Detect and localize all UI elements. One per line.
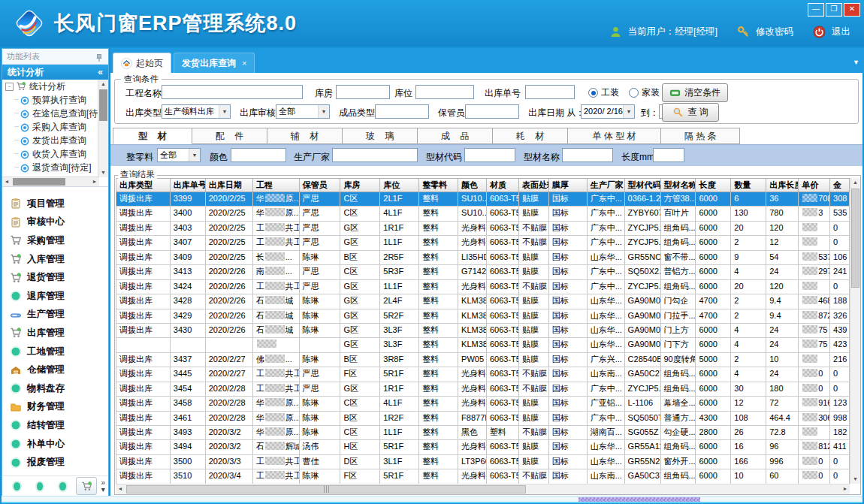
grid-hscroll-thumb[interactable]: [126, 485, 526, 493]
grid-vscroll-thumb[interactable]: [851, 189, 859, 288]
table-row[interactable]: 调拨出库34242020/2/26工共工程严思G区1L1F整料光身料6063-T…: [116, 280, 850, 294]
project-name-input[interactable]: [162, 85, 303, 99]
tree-item[interactable]: ┄预算执行查询: [2, 93, 108, 107]
column-header[interactable]: 库房: [340, 179, 380, 192]
table-row[interactable]: 调拨出库34542020/2/28工共工程严思G区1R1F整料光身料6063-T…: [116, 382, 850, 397]
pin-icon[interactable]: [95, 52, 104, 61]
column-header[interactable]: 出库类型: [116, 179, 171, 192]
warehouse-input[interactable]: [336, 85, 390, 99]
tree-vertical-scrollbar[interactable]: ▲ ▼: [98, 80, 108, 177]
table-row[interactable]: 调拨出库34002020/2/25华原...严思C区4L1F整料SU10...6…: [116, 207, 850, 221]
table-row[interactable]: 调拨出库34092020/2/25长...陈琳B区2R5F整料LI35HD606…: [116, 251, 850, 265]
table-row[interactable]: 调拨出库34372020/2/27佛...陈琳B区3R8F整料PW056063-…: [116, 353, 850, 367]
minimize-button[interactable]: —: [808, 3, 824, 17]
table-row[interactable]: 调拨出库34292020/2/26石城陈琳G区5R2F整料KLM38176063…: [116, 309, 850, 324]
sidebar-item[interactable]: 入库管理: [2, 250, 108, 269]
tab-list-dropdown-icon[interactable]: ▼: [853, 59, 859, 66]
material-tab[interactable]: 耗 材: [493, 128, 568, 144]
table-row[interactable]: 调拨出库34942020/3/2石辉城汤伟H区5R1F整料光身料6063-T5贴…: [116, 440, 850, 454]
module-dot-icon[interactable]: [59, 482, 66, 490]
column-header[interactable]: 出库日期: [206, 179, 253, 192]
column-header[interactable]: 膜厚: [549, 179, 588, 192]
tab-shipment-outbound-query[interactable]: 发货出库查询×: [174, 53, 255, 73]
outbound-audit-select[interactable]: 全部▼: [276, 104, 330, 119]
table-row[interactable]: 调拨出库34282020/2/26石城陈琳G区2L4F整料KLM38176063…: [116, 294, 850, 309]
sidebar-item[interactable]: 审核中心: [2, 213, 108, 232]
column-header[interactable]: 型材代码: [625, 179, 661, 192]
table-row[interactable]: 调拨出库34612020/2/28华原...陈琳B区1R2F整料F8877FT6…: [116, 412, 850, 426]
column-header[interactable]: 保管员: [300, 179, 341, 192]
sidebar-item[interactable]: 生产管理: [2, 306, 108, 324]
length-input[interactable]: [653, 148, 684, 162]
column-header[interactable]: 单价: [799, 179, 830, 192]
product-type-input[interactable]: [375, 104, 429, 119]
table-row[interactable]: 调拨出库35102020/3/4工共工程陈琳F区5R1F整料光身料6063-T5…: [116, 469, 850, 484]
tree-item[interactable]: ┄在途信息查询[待: [2, 107, 108, 120]
color-input[interactable]: [231, 148, 286, 162]
column-header[interactable]: 生产厂家: [588, 179, 625, 192]
tree-item[interactable]: ┄收货入库查询: [2, 147, 108, 161]
table-row[interactable]: 调拨出库34932020/3/2华原...陈琳C区1L1F整料黑色塑料不贴膜国标…: [116, 426, 850, 440]
sidebar-item[interactable]: 补单中心: [2, 435, 108, 454]
module-dot-icon[interactable]: [14, 482, 20, 490]
material-tab[interactable]: 配 件: [192, 128, 267, 144]
tree-root[interactable]: - 统计分析: [2, 80, 108, 93]
change-password-link[interactable]: 修改密码: [756, 26, 793, 38]
close-button[interactable]: ✕: [844, 3, 860, 17]
section-statistics-header[interactable]: 统计分析 «: [2, 65, 108, 80]
maximize-button[interactable]: ❐: [826, 3, 842, 17]
tree-hscroll-thumb[interactable]: [13, 178, 65, 186]
table-row[interactable]: 调拨出库33992020/2/25华原...严思C区2L1F整料SU10...6…: [116, 192, 850, 207]
sidebar-item[interactable]: 采购管理: [2, 231, 108, 250]
sidebar-item[interactable]: 物料盘存: [2, 379, 108, 398]
table-row[interactable]: G区3L3F整料KLM38176063-T5贴膜国标山东华...GA90M09.…: [116, 338, 850, 352]
tree-horizontal-scrollbar[interactable]: ◄ ►: [2, 177, 99, 186]
column-header[interactable]: 型材名称: [661, 179, 696, 192]
sidebar-item[interactable]: 财务管理: [2, 398, 108, 417]
date-from-picker[interactable]: 2020/ 2/16▼: [581, 104, 635, 119]
column-header[interactable]: 数量: [731, 179, 766, 192]
tree-item[interactable]: ┄发货出库查询: [2, 134, 108, 147]
sidebar-item[interactable]: 仓储管理: [2, 361, 108, 379]
scroll-up-icon[interactable]: ▲: [850, 178, 860, 187]
keeper-input[interactable]: [465, 104, 519, 119]
column-header[interactable]: 金: [830, 179, 850, 192]
column-header[interactable]: 颜色: [458, 179, 487, 192]
tree-item[interactable]: ┄退货查询[待定]: [2, 161, 108, 174]
scroll-left-icon[interactable]: ◄: [116, 484, 125, 493]
collapse-icon[interactable]: «: [98, 65, 103, 80]
material-tab[interactable]: 单 体 型 材: [568, 128, 661, 144]
profile-name-input[interactable]: [562, 148, 613, 162]
module-dot-icon[interactable]: [37, 482, 44, 490]
table-row[interactable]: 调拨出库34072020/2/25工共工程严思G区1L1F整料光身料6063-T…: [116, 236, 850, 250]
sidebar-item[interactable]: 出库管理: [2, 324, 108, 343]
scroll-left-icon[interactable]: ◄: [2, 177, 11, 186]
grid-vertical-scrollbar[interactable]: ▲ ▼: [850, 178, 860, 484]
radio-jiazhuang[interactable]: 家装: [629, 86, 660, 99]
outbound-no-input[interactable]: [525, 85, 575, 99]
sidebar-item[interactable]: 退货管理: [2, 268, 108, 287]
column-header[interactable]: 库位: [380, 179, 419, 192]
radio-gongzhuang[interactable]: 工装: [588, 86, 619, 99]
material-tab[interactable]: 辅 材: [267, 128, 343, 144]
logout-link[interactable]: 退出: [832, 26, 850, 38]
profile-code-input[interactable]: [464, 148, 515, 162]
table-row[interactable]: 调拨出库34132020/2/26南...严思C区5R3F整料G71422606…: [116, 265, 850, 279]
material-tab[interactable]: 隔 热 条: [661, 128, 740, 144]
sidebar-item[interactable]: 报废管理: [2, 453, 108, 472]
clear-conditions-button[interactable]: 清空条件: [662, 83, 728, 102]
grid-horizontal-scrollbar[interactable]: ◄ ►: [116, 484, 850, 494]
scroll-right-icon[interactable]: ►: [90, 177, 99, 186]
table-row[interactable]: 调拨出库35002020/3/3工共工程曹佳D区3L1F整料LT3P606063…: [116, 455, 850, 469]
material-tab[interactable]: 玻 璃: [343, 128, 418, 144]
sidebar-item[interactable]: 项目管理: [2, 195, 108, 213]
search-button[interactable]: 查 询: [662, 103, 719, 122]
column-header[interactable]: 工程: [253, 179, 300, 192]
material-tab[interactable]: 型 材: [113, 128, 192, 144]
table-row[interactable]: 调拨出库34452020/2/27工共工程严思F区5R1F整料光身料6063-T…: [116, 367, 850, 382]
table-row[interactable]: 调拨出库34582020/2/28华原...陈琳C区4L1F整料光身料6063-…: [116, 397, 850, 411]
more-modules-chevron[interactable]: »▾: [101, 479, 105, 493]
tree-scroll-thumb[interactable]: [99, 89, 107, 121]
table-row[interactable]: 调拨出库34032020/2/25工共工程严思G区1R1F整料光身料6063-T…: [116, 222, 850, 236]
material-tab[interactable]: 成 品: [418, 128, 493, 144]
